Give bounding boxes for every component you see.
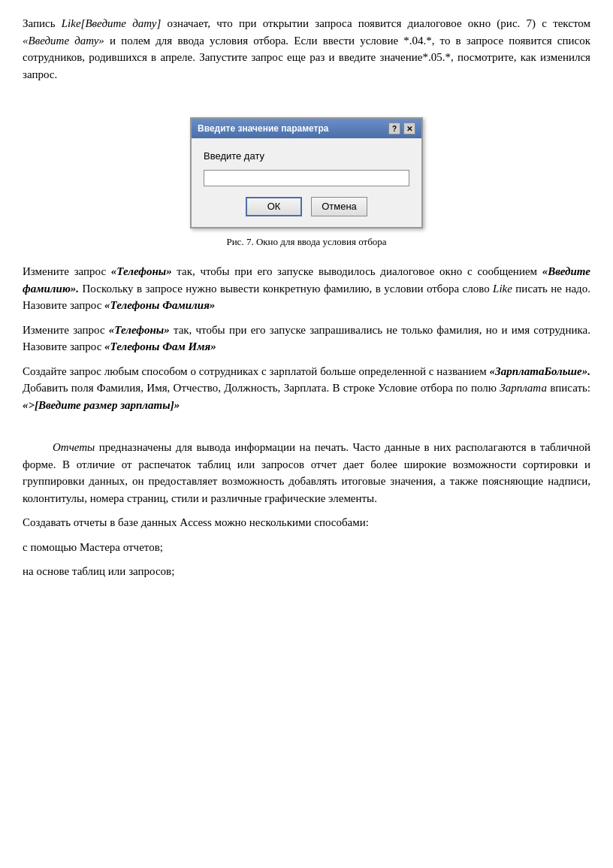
para-reports-intro: Отчеты предназначены для вывода информац… <box>23 439 590 507</box>
intro-paragraph: Запись Like[Введите дату] означает, что … <box>23 15 590 83</box>
list-item-1-text: с помощью Мастера отчетов; <box>23 541 163 553</box>
para-zarplata: Создайте запрос любым способом о сотрудн… <box>23 363 590 414</box>
list-item-2-text: на основе таблиц или запросов; <box>23 565 174 577</box>
intro-code-2: *.05.*, <box>422 51 453 63</box>
intro-italic-keyword: Like[Введите дату] <box>62 17 161 29</box>
para5-prefix-italic: Отчеты <box>53 441 95 453</box>
intro-text-2: и полем для ввода условия отбора. Если в… <box>104 35 403 47</box>
dialog-title-controls: ? ✕ <box>388 122 415 135</box>
dialog-title: Введите значение параметра <box>198 122 329 135</box>
dialog-box: Введите значение параметра ? ✕ Введите д… <box>190 117 423 228</box>
para3-italic-bold-2: «Телефоны Фам Имя» <box>104 340 216 352</box>
para2-italic-bold-1: «Телефоны» <box>111 265 172 277</box>
para2-italic-bold-3: «Телефоны Фамилия» <box>104 299 215 311</box>
dialog-caption: Рис. 7. Окно для ввода условия отбора <box>226 234 386 250</box>
para5-text-1: предназначены для вывода информации на п… <box>23 441 590 504</box>
para4-text-1: Создайте запрос любым способом о сотрудн… <box>23 365 490 377</box>
intro-italic-2: «Введите дату» <box>23 35 104 47</box>
dialog-ok-button[interactable]: ОК <box>246 197 302 216</box>
para2-text-2: Поскольку в запросе нужно вывести конкре… <box>79 283 493 295</box>
para-create-reports: Создавать отчеты в базе данных Access мо… <box>23 514 590 531</box>
para-telephones-1: Измените запрос «Телефоны» так, чтобы пр… <box>23 263 590 314</box>
dialog-illustration: Введите значение параметра ? ✕ Введите д… <box>23 117 590 259</box>
dialog-input-field[interactable] <box>204 170 409 186</box>
para3-italic-bold-1: «Телефоны» <box>109 324 170 336</box>
intro-text-1: означает, что при открытии запроса появи… <box>161 17 590 29</box>
para3-prefix: Измените запрос <box>23 324 109 336</box>
para6-text: Создавать отчеты в базе данных Access мо… <box>23 516 369 528</box>
para2-italic-like: Like <box>493 283 512 295</box>
para4-italic-bold-2: «>[Введите размер зарплаты]» <box>23 399 180 411</box>
dialog-buttons: ОК Отмена <box>204 197 409 216</box>
dialog-close-button[interactable]: ✕ <box>403 122 415 135</box>
intro-prefix-text: Запись <box>23 17 62 29</box>
list-item-2: на основе таблиц или запросов; <box>23 563 590 580</box>
dialog-body: Введите дату ОК Отмена <box>192 138 421 227</box>
para2-prefix: Измените запрос <box>23 265 111 277</box>
para4-italic-zarplata: Зарплата <box>500 382 547 394</box>
list-item-1: с помощью Мастера отчетов; <box>23 539 590 556</box>
intro-code-1: *.04.*, <box>403 35 434 47</box>
page-content: Запись Like[Введите дату] означает, что … <box>23 15 590 580</box>
para4-text-3: вписать: <box>547 382 590 394</box>
para2-text-1: так, чтобы при его запуске выводилось ди… <box>172 265 542 277</box>
dialog-label: Введите дату <box>204 149 409 164</box>
para-telephones-2: Измените запрос «Телефоны» так, чтобы пр… <box>23 322 590 355</box>
dialog-help-button[interactable]: ? <box>388 122 400 135</box>
para4-text-2: Добавить поля Фамилия, Имя, Отчество, До… <box>23 382 500 394</box>
dialog-cancel-button[interactable]: Отмена <box>311 197 367 216</box>
dialog-title-bar: Введите значение параметра ? ✕ <box>192 119 421 138</box>
para4-italic-bold-1: «ЗарплатаБольше». <box>490 365 590 377</box>
